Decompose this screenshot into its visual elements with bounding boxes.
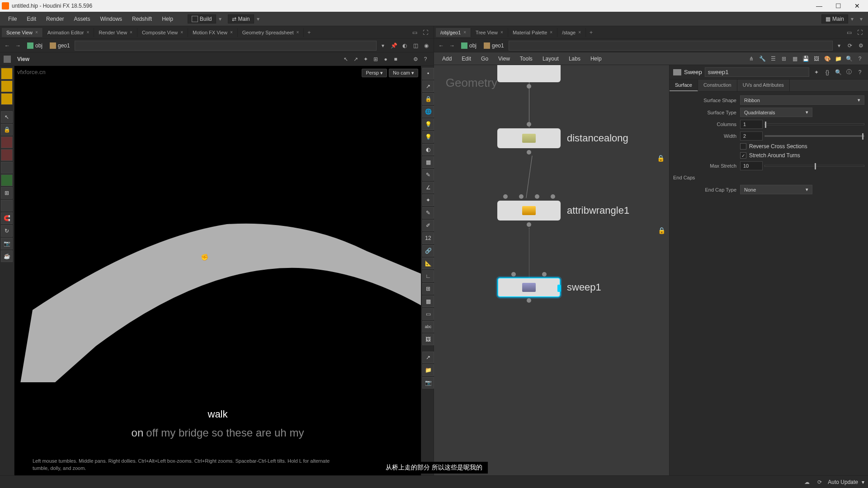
close-icon[interactable]: × <box>550 30 552 35</box>
tool-lock[interactable]: 🔒 <box>1 124 13 136</box>
code-icon[interactable]: {} <box>823 68 832 77</box>
path-input[interactable] <box>75 41 377 51</box>
tool-box[interactable] <box>1 93 13 105</box>
grid2-icon[interactable]: ▦ <box>790 54 799 63</box>
display-points[interactable]: • <box>422 68 434 80</box>
back-icon[interactable]: ← <box>437 41 446 50</box>
tab-tree-view[interactable]: Tree View× <box>471 28 508 37</box>
fork-icon[interactable]: ⋔ <box>747 54 756 63</box>
grid-icon[interactable]: ⊞ <box>779 54 788 63</box>
pin-icon[interactable]: 📌 <box>389 41 398 50</box>
tool-lasso[interactable] <box>1 80 13 92</box>
net-menu-go[interactable]: Go <box>476 54 493 64</box>
close-icon[interactable]: × <box>230 30 233 35</box>
path-obj[interactable]: obj <box>458 42 479 50</box>
net-menu-tools[interactable]: Tools <box>515 54 537 64</box>
snap-icon[interactable]: ⊞ <box>371 55 380 64</box>
display-bg[interactable]: ▦ <box>422 296 434 307</box>
menu-assets[interactable]: Assets <box>69 14 94 24</box>
tool-magnet[interactable]: 🧲 <box>1 212 13 224</box>
palette-icon[interactable]: 🎨 <box>823 54 832 63</box>
param-tab-uvs[interactable]: UVs and Attributes <box>737 80 790 91</box>
path-obj[interactable]: obj <box>24 42 45 50</box>
display-number[interactable]: 12 <box>422 232 434 244</box>
display-measure[interactable]: 📐 <box>422 258 434 269</box>
display-angle[interactable]: ∟ <box>422 270 434 282</box>
forward-icon[interactable]: → <box>14 41 23 50</box>
tool-camera[interactable]: 📷 <box>1 238 13 249</box>
tool-rotate[interactable]: ↻ <box>1 225 13 237</box>
close-icon[interactable]: × <box>86 30 89 35</box>
star-icon[interactable]: ✦ <box>812 68 821 77</box>
tab-motion-fx[interactable]: Motion FX View× <box>188 28 238 37</box>
display-light[interactable]: 💡 <box>422 118 434 130</box>
network-canvas[interactable]: Geometry distancealong 🔒 <box>434 65 669 475</box>
display-pen[interactable]: ✐ <box>422 220 434 231</box>
settings-icon[interactable]: ⚙ <box>411 55 420 64</box>
chevron-icon[interactable]: ▾ <box>849 16 855 22</box>
display-normals[interactable]: ↗ <box>422 80 434 92</box>
chevron-down-icon[interactable]: ▾ <box>835 41 844 50</box>
close-icon[interactable]: × <box>296 30 299 35</box>
menu-file[interactable]: File <box>4 14 21 24</box>
tab-render-view[interactable]: Render View× <box>94 28 137 37</box>
display-edge[interactable]: ∠ <box>422 182 434 193</box>
close-icon[interactable]: × <box>578 30 581 35</box>
node-distancealong[interactable]: distancealong 🔒 <box>497 128 628 148</box>
param-tab-construction[interactable]: Construction <box>698 80 737 91</box>
chevron-icon[interactable]: ▾ <box>255 16 261 22</box>
chevron-down-icon[interactable]: ▾ <box>378 41 387 50</box>
net-menu-help[interactable]: Help <box>586 54 606 64</box>
wrench-icon[interactable]: 🔧 <box>758 54 767 63</box>
viewport-3d[interactable]: vfxforce.cn Persp ▾ No cam ▾ ✊ walk on o… <box>14 66 421 475</box>
tool-scale[interactable] <box>1 200 13 211</box>
refresh-icon[interactable]: ⟳ <box>815 478 824 487</box>
menu-render[interactable]: Render <box>42 14 68 24</box>
tab-add-button[interactable]: + <box>304 28 314 38</box>
tab-obj-geo1[interactable]: /obj/geo1× <box>436 28 471 37</box>
minimize-button[interactable]: — <box>810 0 828 12</box>
search-icon[interactable]: 🔍 <box>834 68 843 77</box>
net-menu-labs[interactable]: Labs <box>564 54 585 64</box>
node-attribwrangle1[interactable]: attribwrangle1 🔒 <box>497 201 629 221</box>
display-bulb[interactable]: 💡 <box>422 131 434 143</box>
image-icon[interactable]: 🖼 <box>812 54 821 63</box>
tab-composite-view[interactable]: Composite View× <box>137 28 188 37</box>
cursor-icon[interactable]: ↖ <box>341 55 350 64</box>
tool-select[interactable] <box>1 68 13 80</box>
cube-icon[interactable]: ◫ <box>411 41 420 50</box>
back-icon[interactable]: ← <box>3 41 12 50</box>
close-icon[interactable]: × <box>463 30 466 35</box>
ghost-icon[interactable]: ◐ <box>400 41 409 50</box>
forward-icon[interactable]: → <box>448 41 457 50</box>
tool-red[interactable] <box>1 136 13 148</box>
folder-icon[interactable]: 📁 <box>834 54 843 63</box>
close-icon[interactable]: × <box>500 30 503 35</box>
sync-icon[interactable]: ⟳ <box>845 41 854 50</box>
list-icon[interactable]: ☰ <box>769 54 778 63</box>
display-camera[interactable]: 📷 <box>422 377 434 389</box>
path-geo1[interactable]: geo1 <box>481 42 507 50</box>
node-top[interactable] <box>497 65 561 82</box>
net-menu-add[interactable]: Add <box>438 54 456 64</box>
tool-grid[interactable]: ⊞ <box>1 187 13 199</box>
tab-animation-editor[interactable]: Animation Editor× <box>43 28 94 37</box>
info-icon[interactable]: ⓘ <box>844 68 854 77</box>
checkbox-reverse[interactable] <box>740 143 746 150</box>
tool-pointer[interactable]: ↖ <box>1 111 13 123</box>
menu-help[interactable]: Help <box>157 14 178 24</box>
path-input[interactable] <box>509 41 833 51</box>
tab-stage[interactable]: /stage× <box>557 28 586 37</box>
display-brush[interactable]: ✎ <box>422 207 434 219</box>
close-icon[interactable]: × <box>180 30 183 35</box>
help-icon[interactable]: ? <box>421 55 430 64</box>
net-menu-edit[interactable]: Edit <box>457 54 476 64</box>
arrow-icon[interactable]: ↗ <box>351 55 360 64</box>
window-icon[interactable]: ▭ <box>410 28 419 37</box>
input-width[interactable] <box>740 131 763 141</box>
display-folder[interactable]: 📁 <box>422 364 434 376</box>
tab-geometry-spreadsheet[interactable]: Geometry Spreadsheet× <box>238 28 304 37</box>
display-image[interactable]: 🖼 <box>422 333 434 345</box>
menu-windows[interactable]: Windows <box>95 14 127 24</box>
tool-move[interactable] <box>1 162 13 174</box>
